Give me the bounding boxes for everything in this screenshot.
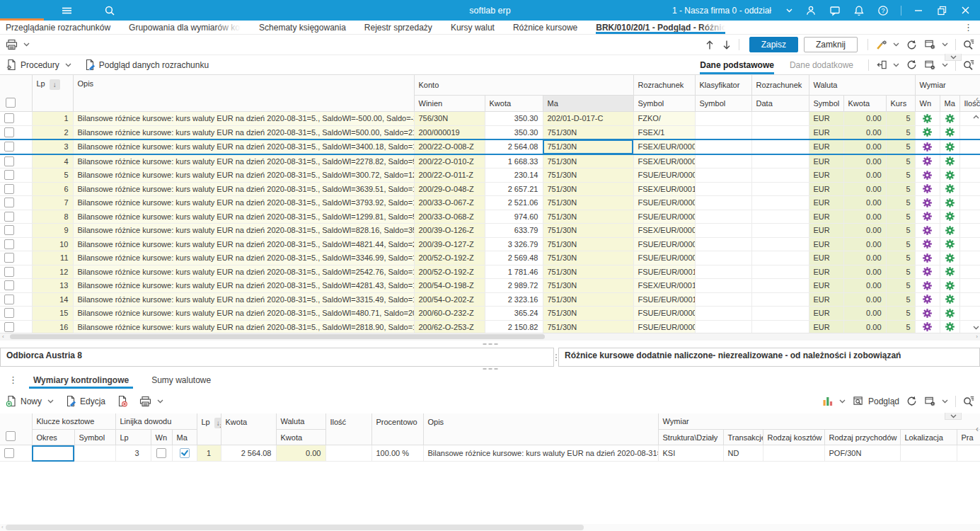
cell-opis[interactable]: Bilansowe różnice kursowe: kurs waluty E… — [73, 169, 414, 183]
gear-icon[interactable] — [922, 211, 933, 222]
cell-kurs[interactable]: 5 — [886, 125, 915, 139]
cell-kurs[interactable]: 5 — [886, 139, 915, 154]
cell-klasyfikator[interactable] — [695, 279, 751, 293]
gear-icon[interactable] — [945, 225, 955, 236]
cell-rozrachunek[interactable]: FSUE/EUR/0000 — [633, 237, 695, 251]
col-header-symbol[interactable]: Symbol — [695, 96, 751, 112]
gear-icon[interactable] — [945, 113, 955, 124]
toolbar-expand-tab[interactable] — [945, 413, 962, 420]
cell-winien[interactable]: 200/60-O-232-Z — [414, 307, 485, 321]
col-header-kwota[interactable]: Kwota — [221, 413, 276, 445]
tab-dane-dodatkowe[interactable]: Dane dodatkowe — [790, 55, 853, 74]
delete-button[interactable] — [117, 395, 128, 407]
toolbar-expand-tab[interactable] — [945, 54, 962, 61]
ma-checkbox[interactable] — [180, 448, 190, 458]
move-up-button[interactable] — [705, 40, 715, 50]
gear-icon[interactable] — [945, 239, 955, 249]
cell-kurs[interactable]: 5 — [886, 292, 915, 307]
cell-lp[interactable]: 7 — [32, 196, 73, 210]
gear-icon[interactable] — [945, 294, 955, 304]
gear-icon[interactable] — [922, 142, 933, 152]
tabs-overflow-menu[interactable]: ⋮ — [964, 22, 980, 33]
row-checkbox[interactable] — [4, 127, 14, 137]
search-icon[interactable] — [104, 5, 115, 16]
cell-opis[interactable]: Bilansowe różnice kursowe: kurs waluty E… — [73, 292, 414, 307]
cell-kwota[interactable]: 2 564.08 — [221, 445, 276, 462]
minimize-button[interactable] — [913, 5, 924, 16]
cell-wymiar-wn[interactable] — [915, 265, 940, 279]
cell-waluta-kwota[interactable]: 0.00 — [843, 307, 886, 321]
grid-row-9[interactable]: 9 Bilansowe różnice kursowe: kurs waluty… — [0, 224, 980, 238]
grid-row-4[interactable]: 4 Bilansowe różnice kursowe: kurs waluty… — [0, 154, 980, 169]
cell-select[interactable] — [0, 125, 32, 139]
cell-rozrachunek[interactable]: FSUE/EUR/0000 — [633, 320, 695, 333]
cell-data[interactable] — [751, 154, 809, 169]
cell-kurs[interactable]: 5 — [886, 265, 915, 279]
cell-lp[interactable]: 10 — [32, 237, 73, 251]
cell-kwota[interactable]: 1 781.46 — [485, 265, 543, 279]
col-header-ma[interactable]: Ma — [172, 430, 197, 445]
cell-waluta-kwota[interactable]: 0.00 — [843, 251, 886, 266]
cell-select[interactable] — [0, 320, 32, 333]
cell-wymiar-wn[interactable] — [915, 251, 940, 266]
cell-klasyfikator[interactable] — [695, 125, 751, 139]
vertical-scrollbar[interactable] — [973, 115, 979, 330]
cell-ma[interactable]: 751/30N — [543, 251, 633, 266]
cell-ma[interactable]: 751/30N — [543, 292, 633, 307]
cell-ma[interactable]: 751/30N — [543, 279, 633, 293]
grid-row-12[interactable]: 12 Bilansowe różnice kursowe: kurs walut… — [0, 265, 980, 279]
help-icon[interactable]: ? — [877, 5, 889, 16]
cell-ma[interactable] — [172, 445, 197, 462]
scroll-right-icon[interactable]: › — [976, 333, 978, 341]
col-header-ma-dim[interactable]: Ma — [940, 96, 959, 112]
cell-wymiar-wn[interactable] — [915, 154, 940, 169]
cell-kurs[interactable]: 5 — [886, 169, 915, 183]
cell-procentowo[interactable]: 100.00 % — [371, 445, 423, 462]
row-checkbox[interactable] — [4, 308, 14, 318]
cell-winien[interactable]: 200/33-O-067-Z — [414, 196, 485, 210]
window-settings-button[interactable] — [924, 396, 948, 407]
cell-opis[interactable]: Bilansowe różnice kursowe: kurs waluty E… — [73, 251, 414, 266]
gear-icon[interactable] — [945, 321, 955, 332]
row-checkbox[interactable] — [4, 142, 14, 152]
cell-rozrachunek[interactable]: FSUE/EUR/0000 — [633, 169, 695, 183]
cell-select[interactable] — [0, 224, 32, 238]
cell-wymiar-wn[interactable] — [915, 307, 940, 321]
dimension-row[interactable]: 3 1 2 564.08 0.00 100.00 % Bilansowe róż… — [0, 445, 980, 462]
print-button[interactable] — [6, 39, 30, 50]
cell-data[interactable] — [751, 307, 809, 321]
col-header-symbol[interactable]: Symbol — [633, 96, 695, 112]
col-header-waluta-symbol[interactable]: Symbol — [809, 96, 843, 112]
grid-row-8[interactable]: 8 Bilansowe różnice kursowe: kurs waluty… — [0, 210, 980, 224]
gear-icon[interactable] — [922, 239, 933, 249]
row-checkbox[interactable] — [4, 113, 14, 123]
cell-wymiar-ma[interactable] — [940, 237, 959, 251]
cell-waluta-kwota[interactable]: 0.00 — [843, 139, 886, 154]
cell-klasyfikator[interactable] — [695, 307, 751, 321]
cell-data[interactable] — [751, 139, 809, 154]
cell-kurs[interactable]: 5 — [886, 320, 915, 333]
gear-icon[interactable] — [922, 156, 933, 166]
settlement-preview-button[interactable]: Podgląd danych rozrachunku — [84, 59, 209, 71]
cell-select[interactable] — [0, 139, 32, 154]
grid-row-16[interactable]: 16 Bilansowe różnice kursowe: kurs walut… — [0, 320, 980, 333]
cell-opis[interactable]: Bilansowe różnice kursowe: kurs waluty E… — [73, 125, 414, 139]
gear-icon[interactable] — [922, 321, 933, 332]
user-icon[interactable] — [805, 5, 817, 16]
cell-wymiar-wn[interactable] — [915, 224, 940, 238]
cell-transakcje[interactable]: ND — [723, 445, 763, 462]
cell-kurs[interactable]: 5 — [886, 279, 915, 293]
cell-wymiar-ma[interactable] — [940, 265, 959, 279]
cell-rodzaj-przychodow[interactable]: POF/30N — [824, 445, 900, 462]
grid-row-7[interactable]: 7 Bilansowe różnice kursowe: kurs waluty… — [0, 196, 980, 210]
cell-symbol[interactable] — [74, 445, 115, 462]
cell-klasyfikator[interactable] — [695, 112, 751, 126]
col-header-procentowo[interactable]: Procentowo — [371, 413, 423, 445]
refresh-button[interactable] — [906, 396, 917, 406]
doc-tab-1[interactable]: Przeglądanie rozrachunków — [6, 21, 110, 34]
grid-row-2[interactable]: 2 Bilansowe różnice kursowe: kurs waluty… — [0, 125, 980, 139]
cell-wymiar-wn[interactable] — [915, 112, 940, 126]
row-checkbox[interactable] — [4, 156, 14, 166]
collapse-panel-icon[interactable]: ‹ — [976, 425, 979, 433]
cell-winien[interactable]: 200/39-O-127-Z — [414, 237, 485, 251]
